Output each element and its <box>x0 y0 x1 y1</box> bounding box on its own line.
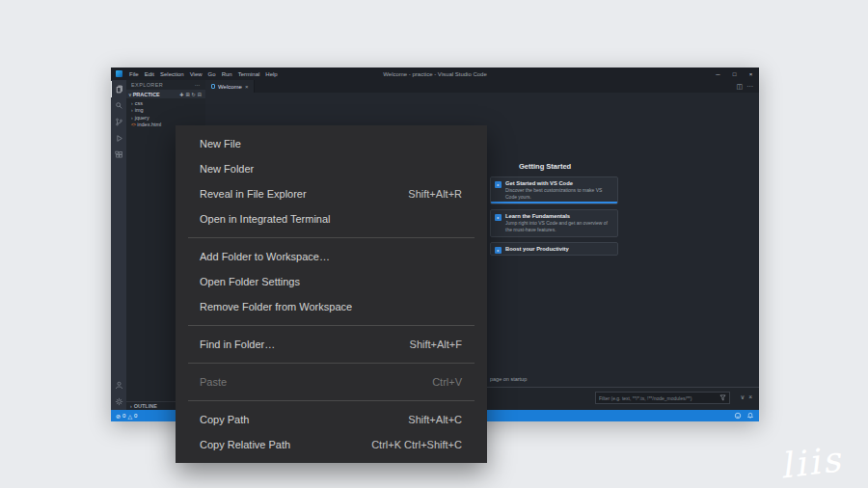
menu-item-open-folder-settings[interactable]: Open Folder Settings <box>176 269 487 294</box>
menu-bar: File Edit Selection View Go Run Terminal… <box>126 71 281 77</box>
feedback-icon[interactable] <box>734 412 742 420</box>
card-progress-bar <box>491 202 617 203</box>
watermark-signature: liis <box>778 439 846 486</box>
explorer-header: EXPLORER ⋯ <box>126 80 205 90</box>
chevron-right-icon: › <box>130 403 132 409</box>
settings-gear-icon[interactable] <box>111 393 126 410</box>
menu-item-copy-relative-path[interactable]: Copy Relative Path Ctrl+K Ctrl+Shift+C <box>176 432 487 457</box>
menu-item-shortcut: Ctrl+K Ctrl+Shift+C <box>371 439 462 450</box>
menu-item-label: Reveal in File Explorer <box>200 188 307 200</box>
new-folder-icon[interactable]: ⊞ <box>185 92 189 97</box>
run-debug-icon[interactable] <box>111 130 126 147</box>
panel-chevron-icon[interactable]: ∨ <box>740 393 745 401</box>
getting-started-heading: Getting Started <box>519 162 571 171</box>
walkthrough-icon: ▸ <box>495 181 502 188</box>
editor-more-icon[interactable]: ⋯ <box>746 83 753 91</box>
error-icon: ⊘ <box>116 413 121 420</box>
vscode-logo-icon <box>116 70 122 77</box>
tree-item-label: img <box>135 107 144 113</box>
menu-item-label: Copy Relative Path <box>200 439 290 450</box>
menu-item-label: Add Folder to Workspace… <box>200 251 330 262</box>
walkthrough-card-productivity[interactable]: ▸ Boost your Productivity <box>490 242 618 256</box>
minimize-button[interactable]: ─ <box>710 68 726 80</box>
window-controls: ─ □ × <box>710 68 759 80</box>
collapse-all-icon[interactable]: ⊟ <box>198 92 202 97</box>
menu-item-shortcut: Ctrl+V <box>432 376 462 388</box>
menu-item-reveal-in-file-explorer[interactable]: Reveal in File Explorer Shift+Alt+R <box>176 181 487 206</box>
statusbar-right <box>734 412 754 420</box>
section-label: PRACTICE <box>133 92 160 97</box>
menu-item-remove-folder-from-workspace[interactable]: Remove Folder from Workspace <box>176 294 487 319</box>
menu-selection[interactable]: Selection <box>157 71 187 77</box>
tree-item-img[interactable]: › img <box>126 107 205 115</box>
panel-close-icon[interactable]: × <box>748 393 752 401</box>
menu-item-shortcut: Shift+Alt+C <box>408 414 462 425</box>
menu-item-new-folder[interactable]: New Folder <box>176 156 487 181</box>
outline-label: OUTLINE <box>134 403 157 409</box>
warning-count: 0 <box>134 413 137 419</box>
menu-item-copy-path[interactable]: Copy Path Shift+Alt+C <box>176 407 487 432</box>
tabbar-actions: ◫ ⋯ <box>736 80 759 93</box>
chevron-right-icon: › <box>131 107 133 113</box>
tab-label: Welcome <box>218 84 242 90</box>
menu-view[interactable]: View <box>187 71 205 77</box>
menu-item-add-folder-to-workspace[interactable]: Add Folder to Workspace… <box>176 244 487 269</box>
panel-filter-box <box>595 392 730 404</box>
source-control-icon[interactable] <box>111 114 126 130</box>
explorer-context-menu: New File New Folder Reveal in File Explo… <box>176 125 487 463</box>
walkthrough-card-get-started[interactable]: ▸ Get Started with VS Code Discover the … <box>490 176 618 204</box>
panel-actions: ∨ × <box>740 393 752 401</box>
explorer-more-icon[interactable]: ⋯ <box>195 82 201 88</box>
account-icon[interactable] <box>111 377 126 393</box>
menu-item-new-file[interactable]: New File <box>176 131 487 156</box>
chevron-right-icon: › <box>131 100 133 106</box>
filter-input[interactable] <box>599 395 718 401</box>
tab-welcome[interactable]: Welcome × <box>205 80 255 93</box>
menu-item-shortcut: Shift+Alt+R <box>408 188 462 200</box>
menu-item-label: Copy Path <box>200 414 249 425</box>
close-button[interactable]: × <box>743 68 759 80</box>
tree-item-label: index.html <box>137 122 161 127</box>
tree-item-jquery[interactable]: › jquery <box>126 114 205 122</box>
menu-run[interactable]: Run <box>219 71 235 77</box>
bell-icon[interactable] <box>746 412 754 420</box>
walkthrough-card-fundamentals[interactable]: ▸ Learn the Fundamentals Jump right into… <box>490 209 618 237</box>
menu-separator <box>188 325 475 326</box>
folder-section-practice[interactable]: ∨ PRACTICE ✚ ⊞ ↻ ⊟ <box>126 90 205 98</box>
menu-item-label: Find in Folder… <box>200 339 275 350</box>
menu-separator <box>188 237 475 238</box>
split-editor-icon[interactable]: ◫ <box>736 83 743 91</box>
extensions-icon[interactable] <box>111 147 126 163</box>
menu-go[interactable]: Go <box>205 71 219 77</box>
menu-edit[interactable]: Edit <box>142 71 157 77</box>
maximize-button[interactable]: □ <box>726 68 743 80</box>
menu-help[interactable]: Help <box>262 71 280 77</box>
tree-item-label: jquery <box>135 115 149 121</box>
tab-close-icon[interactable]: × <box>245 84 249 90</box>
menu-item-open-in-integrated-terminal[interactable]: Open in Integrated Terminal <box>176 206 487 231</box>
problems-status[interactable]: ⊘ 0 △ 0 <box>116 413 137 420</box>
explorer-icon[interactable] <box>111 81 126 97</box>
menu-item-find-in-folder[interactable]: Find in Folder… Shift+Alt+F <box>176 332 487 357</box>
new-file-icon[interactable]: ✚ <box>179 92 183 97</box>
menu-file[interactable]: File <box>126 71 142 77</box>
explorer-actions: ✚ ⊞ ↻ ⊟ <box>179 92 203 97</box>
filter-funnel-icon <box>719 394 726 401</box>
card-title: Learn the Fundamentals <box>505 213 613 219</box>
welcome-tab-icon <box>211 84 215 89</box>
explorer-title: EXPLORER <box>131 82 163 88</box>
menu-item-label: Paste <box>200 376 227 388</box>
menu-item-label: Open in Integrated Terminal <box>200 213 331 225</box>
chevron-down-icon: ∨ <box>128 92 132 97</box>
warning-icon: △ <box>127 413 132 420</box>
file-tree: › css › img › jquery <> index.html <box>126 98 205 128</box>
startup-checkbox-label[interactable]: page on startup <box>490 376 527 382</box>
search-icon[interactable] <box>111 97 126 114</box>
tree-item-css[interactable]: › css <box>126 99 205 107</box>
walkthrough-cards: ▸ Get Started with VS Code Discover the … <box>490 176 618 256</box>
chevron-right-icon: › <box>131 115 133 121</box>
menu-terminal[interactable]: Terminal <box>235 71 263 77</box>
menu-item-paste: Paste Ctrl+V <box>176 369 487 394</box>
walkthrough-icon: ▸ <box>495 247 502 254</box>
refresh-icon[interactable]: ↻ <box>192 92 196 97</box>
